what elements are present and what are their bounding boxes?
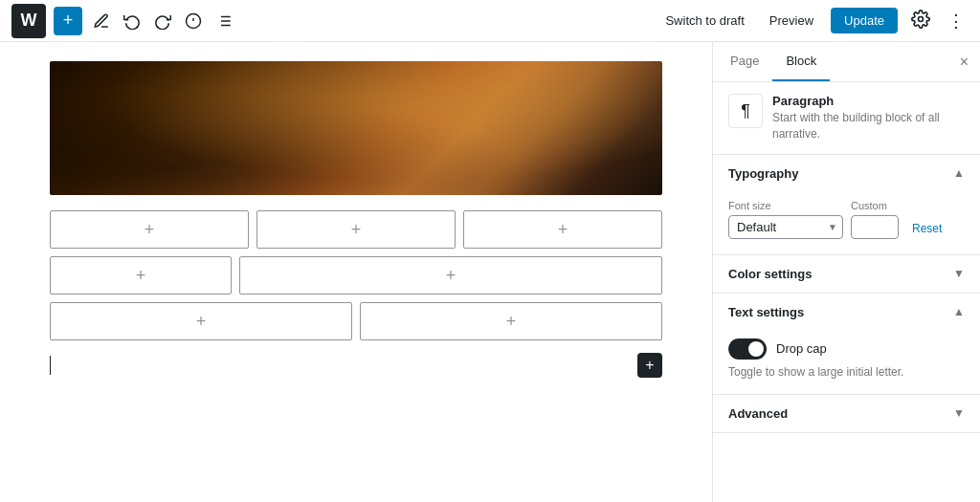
custom-size-col: Custom xyxy=(851,200,899,239)
advanced-chevron-icon: ▼ xyxy=(953,406,965,420)
font-size-select[interactable]: Default Small Medium Large Extra Large xyxy=(728,215,843,239)
details-icon[interactable] xyxy=(182,10,205,33)
reset-font-size-button[interactable]: Reset xyxy=(906,218,947,239)
topbar-left: W + xyxy=(11,4,235,38)
advanced-panel: Advanced ▼ xyxy=(713,395,980,433)
drop-cap-row: Drop cap xyxy=(728,338,965,360)
image-block[interactable] xyxy=(50,61,662,195)
text-chevron-icon: ▲ xyxy=(953,305,965,318)
add-block-btn-3b[interactable]: + xyxy=(360,302,662,340)
inline-add-block-button[interactable]: + xyxy=(637,353,662,378)
list-view-icon[interactable] xyxy=(212,10,235,33)
advanced-panel-header[interactable]: Advanced ▼ xyxy=(713,395,980,432)
topbar-right: Switch to draft Preview Update ⋮ xyxy=(657,6,969,35)
color-settings-panel: Color settings ▼ xyxy=(713,255,980,294)
text-settings-content: Drop cap Toggle to show a large initial … xyxy=(713,331,980,394)
toggle-slider xyxy=(728,338,767,360)
add-block-btn-2a[interactable]: + xyxy=(50,256,232,295)
update-button[interactable]: Update xyxy=(831,8,898,33)
typography-title: Typography xyxy=(728,166,798,181)
preview-button[interactable]: Preview xyxy=(762,10,821,32)
more-options-button[interactable]: ⋮ xyxy=(944,7,969,35)
main-layout: + + + + + + + + Page Block × xyxy=(0,42,980,502)
color-chevron-icon: ▼ xyxy=(953,267,965,280)
block-details: Paragraph Start with the building block … xyxy=(772,94,965,142)
undo-icon[interactable] xyxy=(121,10,144,33)
drop-cap-toggle[interactable] xyxy=(728,338,767,360)
block-row-1: + + + xyxy=(50,210,662,249)
text-settings-header[interactable]: Text settings ▲ xyxy=(713,294,980,331)
block-info: ¶ Paragraph Start with the building bloc… xyxy=(713,82,980,155)
tools-icon[interactable] xyxy=(90,10,113,33)
block-description: Start with the building block of all nar… xyxy=(772,110,965,142)
typography-panel: Typography ▲ Font size Default Small Med… xyxy=(713,155,980,255)
redo-icon[interactable] xyxy=(151,10,174,33)
text-settings-title: Text settings xyxy=(728,305,804,319)
sidebar-header: Page Block × xyxy=(713,42,980,82)
text-cursor xyxy=(50,356,51,375)
drop-cap-description: Toggle to show a large initial letter. xyxy=(728,365,965,379)
paragraph-block[interactable]: + xyxy=(50,348,662,382)
add-block-btn-3a[interactable]: + xyxy=(50,302,352,340)
add-block-btn-1a[interactable]: + xyxy=(50,210,249,249)
top-bar: W + Switch to draft Preview Update ⋮ xyxy=(0,0,980,42)
drop-cap-label: Drop cap xyxy=(776,341,827,356)
text-settings-panel: Text settings ▲ Drop cap Toggle to show … xyxy=(713,294,980,395)
font-size-row: Font size Default Small Medium Large Ext… xyxy=(728,200,965,239)
tab-block[interactable]: Block xyxy=(772,42,830,81)
wordpress-logo[interactable]: W xyxy=(11,4,46,38)
typography-panel-content: Font size Default Small Medium Large Ext… xyxy=(713,192,980,254)
tab-page[interactable]: Page xyxy=(717,42,772,81)
switch-to-draft-button[interactable]: Switch to draft xyxy=(657,10,751,32)
block-name: Paragraph xyxy=(772,94,965,108)
color-settings-header[interactable]: Color settings ▼ xyxy=(713,255,980,293)
add-block-btn-2b[interactable]: + xyxy=(239,256,662,295)
settings-gear-button[interactable] xyxy=(907,6,934,35)
svg-point-9 xyxy=(919,17,924,22)
editor-area: + + + + + + + + xyxy=(0,42,712,502)
font-size-col: Font size Default Small Medium Large Ext… xyxy=(728,200,843,239)
font-size-label: Font size xyxy=(728,200,843,211)
add-block-btn-1b[interactable]: + xyxy=(256,210,456,249)
paragraph-icon: ¶ xyxy=(728,94,763,128)
sidebar-close-button[interactable]: × xyxy=(952,50,976,75)
block-row-2: + + xyxy=(50,256,662,295)
color-settings-title: Color settings xyxy=(728,267,812,281)
custom-size-input[interactable] xyxy=(851,215,899,239)
block-row-3: + + xyxy=(50,302,662,340)
sidebar-tabs: Page Block xyxy=(717,42,830,81)
block-sidebar: Page Block × ¶ Paragraph Start with the … xyxy=(712,42,980,502)
custom-label: Custom xyxy=(851,200,899,211)
add-block-btn-1c[interactable]: + xyxy=(463,210,662,249)
font-size-select-wrap: Default Small Medium Large Extra Large ▼ xyxy=(728,215,843,239)
advanced-title: Advanced xyxy=(728,406,788,421)
typography-panel-header[interactable]: Typography ▲ xyxy=(713,155,980,192)
add-block-button[interactable]: + xyxy=(54,7,82,35)
typography-chevron-icon: ▲ xyxy=(953,166,965,180)
